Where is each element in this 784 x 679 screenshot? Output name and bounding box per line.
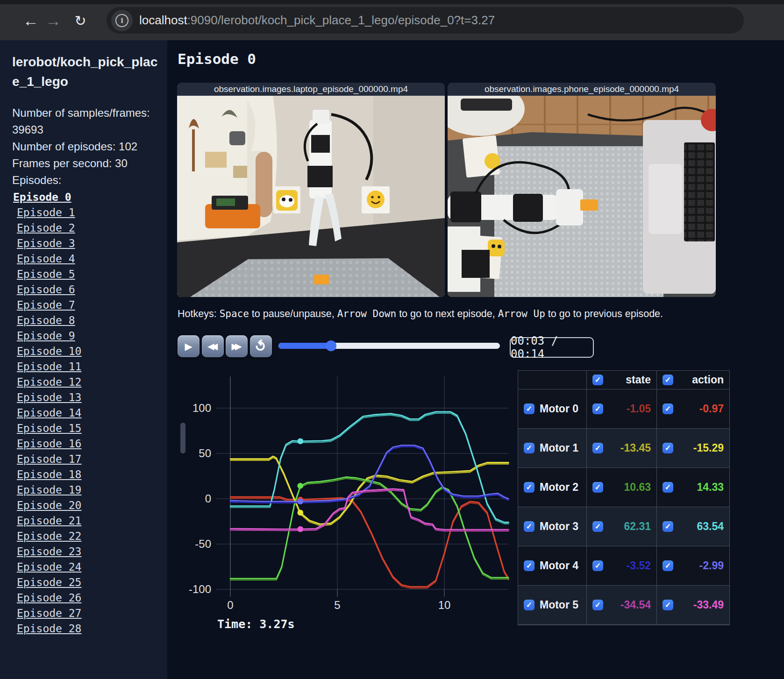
episode-link-12[interactable]: Episode 12 <box>17 375 81 390</box>
fast-forward-button[interactable]: ▶▶ <box>226 335 248 357</box>
episode-link-3[interactable]: Episode 3 <box>17 236 75 251</box>
forward-icon[interactable]: → <box>43 10 64 31</box>
episode-link-24[interactable]: Episode 24 <box>17 559 81 575</box>
dataset-stats: Number of samples/frames: 39693 Number o… <box>12 105 158 189</box>
episodes-heading: Episodes: <box>12 172 158 189</box>
action-value: 14.33 <box>697 481 724 494</box>
episode-link-0[interactable]: Episode 0 <box>13 190 71 205</box>
motor-name: Motor 0 <box>540 403 578 415</box>
site-info-button[interactable]: i <box>111 10 133 31</box>
episode-link-25[interactable]: Episode 25 <box>17 575 81 590</box>
loop-button[interactable]: ↺ <box>250 335 272 357</box>
episode-link-18[interactable]: Episode 18 <box>17 467 81 482</box>
episode-link-15[interactable]: Episode 15 <box>17 421 81 436</box>
hotkey-key: Arrow Down <box>337 308 396 319</box>
gripper <box>556 189 583 226</box>
motor-row-name-cell: Motor 0 <box>518 389 587 429</box>
episode-link-22[interactable]: Episode 22 <box>17 529 81 544</box>
motor-4-checkbox[interactable] <box>524 560 535 571</box>
motor-row-name-cell: Motor 1 <box>518 429 587 468</box>
video-laptop-label: observation.images.laptop_episode_000000… <box>177 83 445 96</box>
motor-5-checkbox[interactable] <box>524 600 535 610</box>
info-icon: i <box>115 14 128 27</box>
motor-1-state-checkbox[interactable] <box>592 443 603 453</box>
episode-link-21[interactable]: Episode 21 <box>17 513 81 529</box>
motor-chart[interactable]: 100500-50-1000510Time: 3.27s <box>178 368 509 639</box>
sidebar: lerobot/koch_pick_place_1_lego Number of… <box>0 40 167 679</box>
url-text[interactable]: localhost:9090/lerobot/koch_pick_place_1… <box>139 13 495 28</box>
episode-link-6[interactable]: Episode 6 <box>17 282 75 297</box>
motor-2-action-checkbox[interactable] <box>663 482 673 493</box>
state-value: -1.05 <box>627 403 651 415</box>
episode-link-13[interactable]: Episode 13 <box>17 390 81 405</box>
motor-3-checkbox[interactable] <box>524 521 535 532</box>
episode-link-17[interactable]: Episode 17 <box>17 452 81 467</box>
svg-text:0: 0 <box>205 492 211 505</box>
page-title: Episode 0 <box>178 50 256 67</box>
motor-5-action-checkbox[interactable] <box>663 600 673 610</box>
keyboard <box>684 142 715 241</box>
seek-slider[interactable] <box>278 343 500 349</box>
hotkey-text: Hotkeys: <box>178 308 220 319</box>
episode-link-27[interactable]: Episode 27 <box>17 606 81 621</box>
episode-link-2[interactable]: Episode 2 <box>17 220 75 236</box>
hug-emoji-box <box>362 186 390 213</box>
play-icon: ▶ <box>185 341 192 352</box>
episode-link-26[interactable]: Episode 26 <box>17 590 81 606</box>
episode-link-9[interactable]: Episode 9 <box>17 328 75 344</box>
episode-link-16[interactable]: Episode 16 <box>17 436 81 452</box>
episode-link-14[interactable]: Episode 14 <box>17 405 81 421</box>
motor-3-state-checkbox[interactable] <box>592 521 603 532</box>
state-column-checkbox[interactable] <box>592 375 603 385</box>
motor-0-checkbox[interactable] <box>524 403 535 414</box>
motor-state-cell: 62.31 <box>587 507 657 546</box>
motor-0-state-checkbox[interactable] <box>592 403 603 414</box>
svg-text:-50: -50 <box>195 538 211 550</box>
laptop <box>643 120 716 294</box>
video-phone-label: observation.images.phone_episode_000000.… <box>448 83 716 96</box>
rewind-button[interactable]: ◀◀ <box>202 335 224 357</box>
motor-action-cell: 14.33 <box>657 468 729 507</box>
episode-link-11[interactable]: Episode 11 <box>17 359 81 375</box>
episode-link-4[interactable]: Episode 4 <box>17 251 75 267</box>
reload-icon[interactable]: ↻ <box>70 10 91 31</box>
episode-link-20[interactable]: Episode 20 <box>17 498 81 513</box>
episode-link-7[interactable]: Episode 7 <box>17 297 75 313</box>
motor-5-state-checkbox[interactable] <box>592 600 603 610</box>
motor-0-action-checkbox[interactable] <box>663 403 673 414</box>
loop-icon: ↺ <box>251 336 271 356</box>
stat-episodes: Number of episodes: 102 <box>12 138 158 155</box>
action-column-checkbox[interactable] <box>663 375 673 385</box>
video-laptop-camera[interactable]: observation.images.laptop_episode_000000… <box>177 83 445 297</box>
episode-link-28[interactable]: Episode 28 <box>17 621 81 637</box>
motor-4-state-checkbox[interactable] <box>592 560 603 571</box>
seek-slider-fill <box>278 343 331 349</box>
episode-link-5[interactable]: Episode 5 <box>17 267 75 282</box>
lerobot-dataset-visualizer: ← → ↻ i localhost:9090/lerobot/koch_pick… <box>0 0 784 679</box>
state-header-label: state <box>626 374 651 386</box>
seek-slider-thumb[interactable] <box>326 340 336 351</box>
action-value: -2.99 <box>699 559 724 572</box>
episode-link-23[interactable]: Episode 23 <box>17 544 81 559</box>
episode-list: Episode 0Episode 1Episode 2Episode 3Epis… <box>12 190 158 637</box>
motor-action-cell: -15.29 <box>657 429 729 468</box>
address-bar[interactable]: i localhost:9090/lerobot/koch_pick_place… <box>107 7 744 34</box>
motor-action-cell: -2.99 <box>657 546 729 586</box>
motor-2-checkbox[interactable] <box>524 482 535 493</box>
episode-link-8[interactable]: Episode 8 <box>17 313 75 328</box>
action-header-label: action <box>692 374 724 386</box>
video-phone-camera[interactable]: observation.images.phone_episode_000000.… <box>448 83 716 297</box>
motor-1-action-checkbox[interactable] <box>663 443 673 453</box>
episode-link-10[interactable]: Episode 10 <box>17 344 81 359</box>
motor-name: Motor 2 <box>540 481 578 494</box>
back-icon[interactable]: ← <box>21 10 41 31</box>
episode-link-19[interactable]: Episode 19 <box>17 482 81 498</box>
episode-link-1[interactable]: Episode 1 <box>17 205 75 220</box>
motor-2-state-checkbox[interactable] <box>592 482 603 493</box>
motor-4-action-checkbox[interactable] <box>663 560 673 571</box>
motor-1-checkbox[interactable] <box>524 443 535 453</box>
orange-brick <box>580 199 598 211</box>
play-button[interactable]: ▶ <box>178 335 200 357</box>
motor-3-action-checkbox[interactable] <box>663 521 673 532</box>
state-value: 10.63 <box>624 481 651 494</box>
